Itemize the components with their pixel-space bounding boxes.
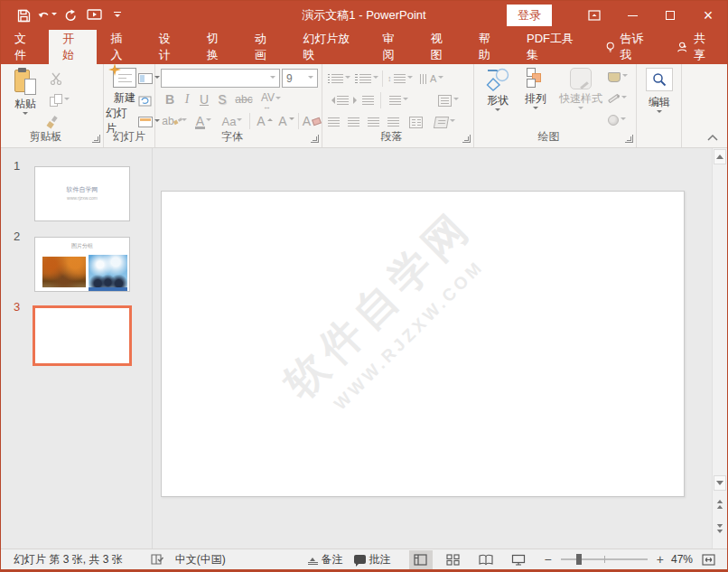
cut-button[interactable] [50,70,77,88]
new-slide-label-1: 新建 [114,90,135,106]
tell-me-button[interactable]: 告诉我 [593,30,664,64]
previous-slide-button[interactable] [714,497,726,512]
drawing-dialog-launcher[interactable] [625,135,633,143]
quick-styles-button[interactable]: 快速样式 [557,68,604,112]
font-group-label: 字体 [155,129,309,145]
align-text-button[interactable] [438,91,459,109]
start-from-beginning-button[interactable] [84,5,104,26]
share-button[interactable]: 共享 [664,30,727,64]
slide-indicator[interactable]: 幻灯片 第 3 张, 共 3 张 [8,549,128,569]
slide-sorter-view-button[interactable] [442,550,465,569]
tab-review[interactable]: 审阅 [369,30,416,64]
format-painter-button[interactable] [50,113,77,131]
tab-animations[interactable]: 动画 [241,30,289,64]
highlight-color-button[interactable]: ab [161,112,188,130]
zoom-slider[interactable] [561,558,648,560]
zoom-slider-thumb[interactable] [576,554,582,565]
decrease-indent-button[interactable] [328,91,349,109]
slide-2-thumbnail[interactable]: 图片分组 [34,237,130,292]
clipboard-dialog-launcher[interactable] [92,135,100,143]
spell-check-button[interactable] [145,549,170,569]
font-size-combobox[interactable]: 9 [282,69,318,88]
columns-button[interactable] [409,113,423,131]
underline-button[interactable]: U [197,90,211,108]
normal-view-button[interactable] [409,550,433,569]
scroll-up-button[interactable] [714,149,726,164]
customize-qat-button[interactable] [107,5,127,26]
tab-help[interactable]: 帮助 [465,30,513,64]
text-shadow-button[interactable]: S [215,90,229,108]
tab-design[interactable]: 设计 [145,30,193,64]
slide-3-thumbnail-selected[interactable] [33,305,132,366]
decrease-font-size-button[interactable]: A [276,112,296,130]
shape-fill-button[interactable] [608,68,635,86]
tab-view[interactable]: 视图 [417,30,465,64]
font-dialog-launcher[interactable] [311,135,319,143]
undo-button[interactable] [37,5,57,26]
italic-button[interactable]: I [181,90,193,108]
slide-1-thumbnail[interactable]: 软件自学网 www.rjzxw.com [34,166,130,221]
save-button[interactable] [14,5,33,26]
zoom-in-button[interactable]: + [653,552,667,567]
shape-effects-button[interactable] [608,111,635,129]
align-center-button[interactable] [348,113,359,131]
text-direction-button[interactable]: A [420,70,443,88]
align-right-button[interactable] [368,113,379,131]
font-color-dropdown-icon [206,118,211,124]
login-button[interactable]: 登录 [507,5,552,26]
scroll-down-button[interactable] [714,475,726,491]
arrange-button[interactable]: 排列 [518,68,554,112]
tab-home[interactable]: 开始 [49,30,97,64]
bold-button[interactable]: B [163,90,177,108]
line-spacing-button[interactable]: ↕ [387,70,413,88]
notes-button[interactable]: 备注 [303,549,349,569]
justify-button[interactable] [387,113,399,131]
close-button[interactable] [689,1,727,30]
shape-effects-icon [608,115,619,126]
clear-formatting-button[interactable]: A [302,112,322,130]
strikethrough-button[interactable]: abc [233,90,255,108]
align-left-button[interactable] [328,113,340,131]
tab-file[interactable]: 文件 [1,30,49,64]
slide-canvas[interactable]: 软件自学网 WWW.RJZXW.COM [161,191,685,497]
reading-view-icon [479,554,493,566]
maximize-button[interactable] [651,1,689,30]
copy-button[interactable] [50,91,77,109]
increase-font-size-button[interactable]: A [255,112,275,130]
convert-to-smartart-button[interactable] [434,113,455,131]
tab-transitions[interactable]: 切换 [193,30,241,64]
change-case-button[interactable]: Aa [219,112,246,130]
paragraph-dialog-launcher[interactable] [462,135,471,143]
fit-slide-to-window-button[interactable] [696,550,720,569]
workspace: 1 软件自学网 www.rjzxw.com 2 图片分组 3 软件自学网 WWW… [1,148,727,549]
increase-indent-button[interactable] [353,91,374,109]
language-indicator[interactable]: 中文(中国) [170,549,231,569]
reading-view-button[interactable] [474,550,498,569]
tab-insert[interactable]: 插入 [97,30,145,64]
quick-styles-label: 快速样式 [559,91,602,107]
undo-icon [37,9,51,22]
slideshow-view-button[interactable] [507,550,530,569]
zoom-level[interactable]: 47% [667,549,696,569]
next-slide-button[interactable] [714,520,726,536]
bullets-button[interactable] [328,70,350,88]
numbering-button[interactable] [355,70,378,88]
collapse-ribbon-button[interactable] [705,132,720,143]
tell-me-label: 告诉我 [621,31,651,63]
comments-button[interactable]: 批注 [349,549,397,569]
editing-button[interactable]: 编辑 [643,68,676,116]
font-color-button[interactable]: A [191,112,215,130]
paragraph-spacing-button[interactable] [389,91,408,109]
redo-button[interactable] [61,5,80,26]
vertical-scrollbar[interactable] [712,148,727,549]
zoom-out-button[interactable]: − [541,552,555,567]
tab-pdf-tools[interactable]: PDF工具集 [513,30,593,64]
minimize-button[interactable] [613,1,651,30]
paste-button[interactable]: 粘贴 [8,68,42,117]
character-spacing-button[interactable]: AV [258,90,284,108]
font-name-combobox[interactable] [161,69,280,88]
ribbon-display-options-button[interactable] [575,1,613,30]
tab-slideshow[interactable]: 幻灯片放映 [289,30,369,64]
shapes-button[interactable]: 形状 [480,68,516,114]
shape-outline-button[interactable] [608,89,635,108]
